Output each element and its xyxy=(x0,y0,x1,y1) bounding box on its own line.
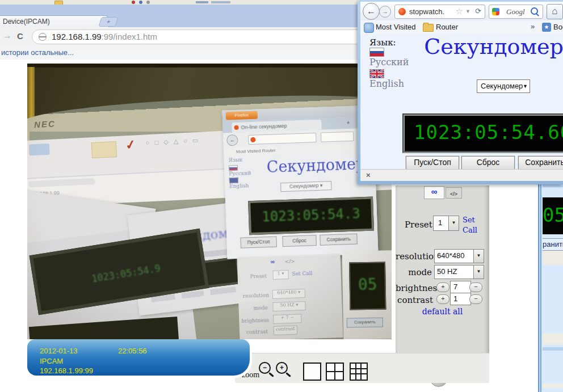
edge-strip xyxy=(543,184,563,187)
photo-russian-flag-icon xyxy=(229,165,238,171)
view-quad-icon[interactable] xyxy=(326,363,344,381)
zoom-label: zoom xyxy=(242,370,259,380)
photo-code-icon: </> xyxy=(285,259,295,265)
screen: Device(IPCAM) × + → C 192.168.1.99:99/in… xyxy=(0,0,563,392)
photo-link-icon: ∞ xyxy=(270,258,276,265)
url-field[interactable]: stopwatch. ☆ ▼ ⟳ xyxy=(394,5,485,19)
photo-ff-menu-button: Firefox xyxy=(226,111,258,120)
video-link-toggle[interactable]: ∞ xyxy=(424,186,444,199)
save-button[interactable]: Сохранить xyxy=(518,156,563,169)
edge-save-button-fragment[interactable]: ранить xyxy=(543,238,563,251)
photo-url-field xyxy=(248,133,317,145)
reload-icon[interactable]: C xyxy=(17,31,23,41)
firefox-stopwatch-window: ← → stopwatch. ☆ ▼ ⟳ Googl ⌂ Most Visite… xyxy=(358,0,563,184)
contrast-input[interactable]: 1 xyxy=(450,293,471,305)
edge-button-text: ранить xyxy=(543,240,563,248)
most-visited-item[interactable]: Most Visited xyxy=(376,23,416,31)
photo-set-call-links: Set Call xyxy=(292,271,312,277)
preset-value: 1 xyxy=(438,218,442,227)
folder-icon xyxy=(423,24,434,32)
photo-mode-select: 50 HZ ▾ xyxy=(272,301,306,311)
brightness-label: brightness xyxy=(396,283,433,293)
gray-dot-icon xyxy=(146,1,150,4)
view-single-icon[interactable] xyxy=(303,363,321,381)
mode-select[interactable]: 50 HZ ▼ xyxy=(434,265,484,279)
paint-brush-icon: ✓ xyxy=(124,137,137,153)
firefox-bookmarks-bar: Most Visited Router » ★ Boo xyxy=(360,20,563,35)
reload-icon[interactable]: ⟳ xyxy=(475,7,481,15)
forward-icon[interactable]: → xyxy=(2,30,12,41)
dropdown-arrow-icon[interactable]: ▼ xyxy=(473,250,484,263)
url-dropdown-icon[interactable]: ▼ xyxy=(465,9,470,14)
brightness-input[interactable]: 7 xyxy=(450,281,471,293)
home-button[interactable]: ⌂ xyxy=(547,4,563,19)
tab-device-ipcam[interactable]: Device(IPCAM) × xyxy=(0,15,109,28)
bookmarks-overflow-chevron[interactable]: » xyxy=(531,22,535,31)
search-magnifier-icon[interactable] xyxy=(531,7,538,15)
zoom-in-icon[interactable]: + xyxy=(276,362,288,374)
globe-icon xyxy=(39,33,47,41)
photo-back-icon: ← xyxy=(226,134,238,146)
search-field[interactable]: Googl xyxy=(489,5,543,19)
url-text: 192.168.1.99:99/index1.htm xyxy=(52,32,157,41)
code-icon: </> xyxy=(450,191,457,197)
edge-strip xyxy=(543,383,563,388)
photo-search-field xyxy=(321,132,354,142)
osd-time: 22:05:56 xyxy=(118,347,147,355)
english-flag-icon[interactable] xyxy=(369,69,384,78)
zoom-out-icon[interactable]: − xyxy=(259,362,271,374)
russian-language-link[interactable]: Русский xyxy=(369,57,409,68)
reset-button[interactable]: Сброс xyxy=(461,156,515,169)
edge-strip xyxy=(543,251,563,265)
photo-english-link: English xyxy=(229,183,249,189)
camera-control-panel: ∞ </> Preset 1 ▼ Set Call resolution 640… xyxy=(396,186,489,381)
findbar-close-icon[interactable]: × xyxy=(366,171,371,179)
bookmark-star-icon[interactable]: ☆ xyxy=(456,6,463,16)
start-stop-button[interactable]: Пуск/Стоп xyxy=(406,156,459,169)
photo-side-window: 05 Сохранить xyxy=(342,250,392,339)
preset-select[interactable]: 1 ▼ xyxy=(433,216,459,231)
contrast-minus-button[interactable]: − xyxy=(469,294,482,304)
dropdown-arrow-icon: ▼ xyxy=(523,83,528,89)
contrast-label: contrast xyxy=(396,295,433,305)
icon-smudge xyxy=(211,1,230,3)
default-all-link[interactable]: default all xyxy=(396,307,489,316)
bookmarks-star-icon: ★ xyxy=(542,23,551,32)
link-icon: ∞ xyxy=(431,187,438,196)
resolution-select[interactable]: 640*480 ▼ xyxy=(434,249,484,263)
bookmarks-button[interactable]: Boo xyxy=(553,23,563,31)
photo-clock-text: 1023:05:54.3 xyxy=(250,199,372,231)
view-nine-icon[interactable] xyxy=(350,363,368,381)
osd-bar: 2012-01-13 22:05:56 IPCAM 192.168.1.99:9… xyxy=(27,339,250,376)
brightness-minus-button[interactable]: − xyxy=(469,283,482,292)
bookmark-link[interactable]: истории остальные... xyxy=(0,48,74,57)
icon-smudge xyxy=(196,1,208,3)
new-tab-button[interactable]: + xyxy=(98,17,119,27)
russian-flag-icon[interactable] xyxy=(369,48,384,57)
photo-mode-select: Секундомер ▾ xyxy=(280,181,332,192)
edge-window-top: 05 ранить xyxy=(538,184,563,347)
photo-wall-top xyxy=(27,64,392,68)
photo-favicon xyxy=(250,137,255,142)
contrast-plus-button[interactable]: + xyxy=(436,294,449,304)
photo-side-clock: 05 xyxy=(349,262,386,310)
code-toggle[interactable]: </> xyxy=(446,187,462,199)
edge-strip xyxy=(543,334,563,344)
photo-stopwatch-title: Секундомер xyxy=(259,155,373,176)
preset-call-link[interactable]: Call xyxy=(463,226,477,234)
dropdown-arrow-icon[interactable]: ▼ xyxy=(473,265,484,279)
back-button[interactable]: ← xyxy=(363,3,380,20)
router-bookmark[interactable]: Router xyxy=(436,23,458,31)
mode-value: 50 HZ xyxy=(437,267,457,276)
brightness-plus-button[interactable]: + xyxy=(436,283,449,292)
photo-resolution-select: 640*480 ▾ xyxy=(272,289,306,299)
photo-language-label: Язык xyxy=(228,157,242,163)
preset-set-link[interactable]: Set xyxy=(463,216,475,224)
english-language-link[interactable]: English xyxy=(369,78,404,89)
stopwatch-page: Язык: Русский English Секундомер Секундо… xyxy=(360,34,563,169)
forward-button[interactable]: → xyxy=(379,6,391,18)
google-logo-icon xyxy=(492,8,499,15)
stopwatch-mode-select[interactable]: Секундомер ▼ xyxy=(477,79,530,93)
stopwatch-clock-display: 1023:05:54.60 xyxy=(402,113,563,153)
dropdown-arrow-icon[interactable]: ▼ xyxy=(448,216,459,230)
